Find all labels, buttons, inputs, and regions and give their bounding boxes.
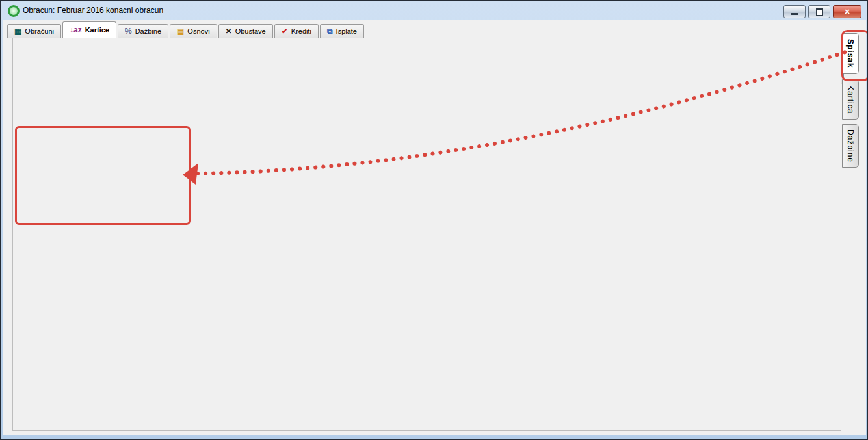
check-icon: ✔ (282, 27, 288, 35)
sort-az-icon: ↓az (70, 26, 82, 34)
percent-icon: % (125, 27, 132, 35)
side-tab-dažbine[interactable]: Dažbine (842, 124, 859, 168)
tab-label: Isplate (336, 27, 357, 35)
side-tab-kartica[interactable]: Kartica (842, 79, 859, 120)
tab-kartice[interactable]: ↓azKartice (62, 21, 116, 38)
tab-osnovi[interactable]: ▤Osnovi (170, 24, 217, 38)
x-icon: ✕ (226, 27, 232, 35)
close-button[interactable]: ✕ (833, 5, 861, 18)
main-panel (12, 38, 841, 431)
tab-obustave[interactable]: ✕Obustave (218, 24, 273, 38)
calculator-icon: ▦ (14, 27, 21, 35)
tab-krediti[interactable]: ✔Krediti (274, 24, 319, 38)
window-title: Obracun: Februar 2016 konacni obracun (23, 6, 163, 15)
tab-obračuni[interactable]: ▦Obračuni (7, 24, 61, 38)
tab-label: Osnovi (187, 27, 209, 35)
minimize-button[interactable] (783, 5, 806, 18)
tab-isplate[interactable]: ⧉Isplate (320, 24, 364, 38)
tab-dažbine[interactable]: %Dažbine (118, 24, 168, 38)
app-window: Obracun: Februar 2016 konacni obracun ✕ … (0, 0, 868, 440)
tab-label: Obračuni (25, 27, 54, 35)
app-icon (8, 5, 20, 17)
tab-label: Obustave (235, 27, 266, 35)
minimize-icon (791, 13, 798, 15)
tab-label: Kartice (85, 26, 109, 34)
tab-label: Krediti (291, 27, 311, 35)
maximize-icon (816, 8, 823, 16)
close-icon: ✕ (844, 8, 850, 16)
tab-bar: ▦Obračuni↓azKartice%Dažbine▤Osnovi✕Obust… (7, 22, 365, 38)
maximize-button[interactable] (808, 5, 830, 18)
tab-label: Dažbine (135, 27, 161, 35)
title-bar: Obracun: Februar 2016 konacni obracun ✕ (1, 1, 867, 20)
book-icon: ▤ (177, 27, 184, 35)
copies-icon: ⧉ (327, 27, 333, 35)
side-tab-spisak[interactable]: Spisak (842, 33, 859, 74)
